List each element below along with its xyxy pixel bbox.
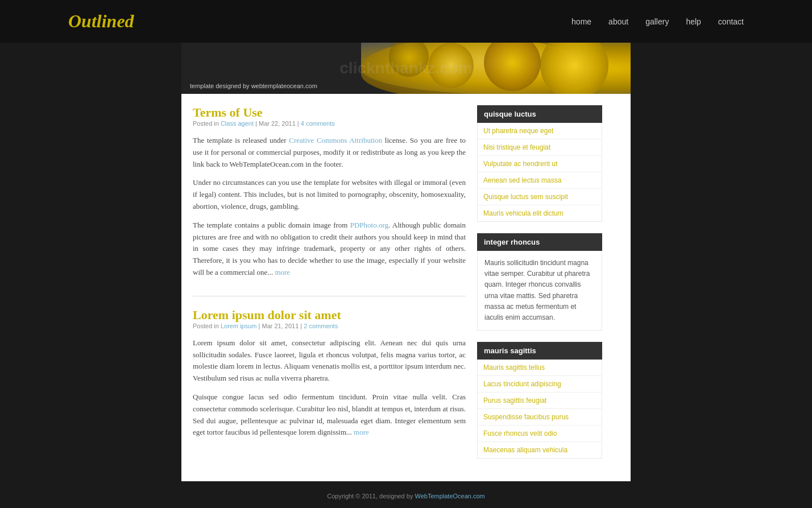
list-item: Suspendisse faucibus purus — [478, 409, 602, 426]
list-item: Quisque luctus sem suscipit — [478, 189, 602, 205]
article-comments-lorem[interactable]: 2 comments — [304, 323, 338, 329]
nav-about[interactable]: about — [608, 17, 628, 26]
article-meta-lorem: Posted in Lorem ipsum | Mar 21, 2011 | 2… — [193, 323, 466, 329]
widget-text-integer: Mauris sollicitudin tincidunt magna vita… — [477, 251, 602, 331]
banner-credit: template designed by webtemplateocean.co… — [190, 82, 317, 89]
article-para-3: The template contains a public domain im… — [193, 220, 466, 279]
main-nav: home about gallery help contact — [571, 17, 744, 26]
list-item: Ut pharetra neque eget — [478, 123, 602, 139]
article-title-terms[interactable]: Terms of Use — [193, 105, 263, 119]
article-comments-terms[interactable]: 4 comments — [301, 120, 335, 127]
site-footer: Copyright © 2011, designed by WebTemplat… — [0, 481, 812, 508]
list-link[interactable]: Vulputate ac hendrerit ut — [478, 156, 602, 172]
flower-1 — [540, 43, 608, 94]
nav-contact[interactable]: contact — [718, 17, 744, 26]
footer-link[interactable]: WebTemplateOcean.com — [415, 493, 484, 499]
article-lorem-ipsum: Lorem ipsum dolor sit amet Posted in Lor… — [193, 308, 466, 439]
article-lorem-para-1: Lorem ipsum dolor sit amet, consectetur … — [193, 337, 466, 385]
list-item: Purus sagittis feugiat — [478, 393, 602, 409]
article-para-1: The template is released under Creative … — [193, 135, 466, 170]
list-link[interactable]: Mauris vehicula elit dictum — [478, 205, 602, 221]
widget-integer-rhoncus: integer rhoncus Mauris sollicitudin tinc… — [477, 233, 602, 331]
list-item: Fusce rhoncus velit odio — [478, 426, 602, 442]
list-link[interactable]: Suspendisse faucibus purus — [478, 409, 602, 425]
article-terms-of-use: Terms of Use Posted in Class agent | Mar… — [193, 105, 466, 279]
widget-list-quisque: Ut pharetra neque eget Nisi tristique et… — [477, 123, 602, 222]
widget-title-integer: integer rhoncus — [477, 233, 602, 251]
list-item: Nisi tristique et feugiat — [478, 139, 602, 156]
footer-text: Copyright © 2011, designed by — [327, 493, 415, 499]
widget-list-mauris: Mauris sagittis tellus Lacus tincidunt a… — [477, 360, 602, 459]
main-wrapper: Terms of Use Posted in Class agent | Mar… — [181, 94, 631, 481]
list-link[interactable]: Maecenas aliquam vehicula — [478, 442, 602, 458]
article-body-lorem: Lorem ipsum dolor sit amet, consectetur … — [193, 337, 466, 439]
pdphoto-link[interactable]: PDPhoto.org — [350, 221, 388, 229]
list-link[interactable]: Nisi tristique et feugiat — [478, 139, 602, 155]
list-item: Mauris vehicula elit dictum — [478, 205, 602, 221]
sidebar: quisque luctus Ut pharetra neque eget Ni… — [477, 105, 602, 470]
article-category-class-agent[interactable]: Class agent — [221, 120, 254, 127]
article-meta-terms: Posted in Class agent | Mar 22, 2011 | 4… — [193, 120, 466, 127]
widget-title-mauris: mauris sagittis — [477, 342, 602, 360]
site-title[interactable]: Outlined — [68, 2, 134, 40]
creative-commons-link[interactable]: Creative Commons Attribution — [289, 136, 382, 144]
list-link[interactable]: Purus sagittis feugiat — [478, 393, 602, 408]
flower-3 — [428, 43, 474, 88]
article-lorem-para-2: Quisque congue lacus sed odio fermentum … — [193, 391, 466, 439]
list-link[interactable]: Lacus tincidunt adipiscing — [478, 376, 602, 392]
list-link[interactable]: Ut pharetra neque eget — [478, 123, 602, 139]
article-category-lorem[interactable]: Lorem ipsum — [221, 323, 257, 329]
list-item: Vulputate ac hendrerit ut — [478, 156, 602, 172]
list-item: Aenean sed lectus massa — [478, 172, 602, 189]
list-link[interactable]: Aenean sed lectus massa — [478, 172, 602, 188]
article-title-lorem[interactable]: Lorem ipsum dolor sit amet — [193, 308, 341, 322]
article-body-terms: The template is released under Creative … — [193, 135, 466, 279]
article-more-lorem[interactable]: more — [354, 428, 369, 436]
list-link[interactable]: Mauris sagittis tellus — [478, 360, 602, 375]
list-item: Mauris sagittis tellus — [478, 360, 602, 376]
banner: template designed by webtemplateocean.co… — [181, 43, 631, 94]
nav-home[interactable]: home — [571, 17, 591, 26]
list-item: Maecenas aliquam vehicula — [478, 442, 602, 458]
article-divider — [193, 296, 466, 296]
article-more-terms[interactable]: more — [275, 268, 290, 276]
main-content: Terms of Use Posted in Class agent | Mar… — [193, 105, 466, 470]
nav-help[interactable]: help — [686, 17, 701, 26]
widget-mauris-sagittis: mauris sagittis Mauris sagittis tellus L… — [477, 342, 602, 459]
article-para-2: Under no circumstances can you use the t… — [193, 177, 466, 212]
widget-quisque-luctus: quisque luctus Ut pharetra neque eget Ni… — [477, 105, 602, 222]
site-header: Outlined home about gallery help contact — [0, 0, 812, 43]
widget-title-quisque: quisque luctus — [477, 105, 602, 123]
nav-gallery[interactable]: gallery — [645, 17, 669, 26]
list-link[interactable]: Fusce rhoncus velit odio — [478, 426, 602, 441]
list-item: Lacus tincidunt adipiscing — [478, 376, 602, 393]
list-link[interactable]: Quisque luctus sem suscipit — [478, 189, 602, 205]
